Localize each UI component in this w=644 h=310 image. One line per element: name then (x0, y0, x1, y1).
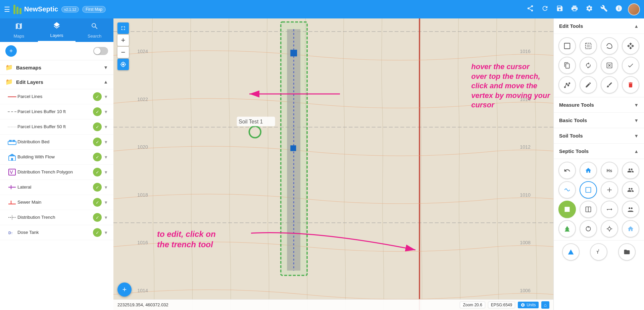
add-layer-button[interactable]: + (5, 45, 17, 57)
select-rect-button[interactable] (558, 37, 576, 55)
svg-rect-44 (587, 45, 589, 47)
layer-expand-icon[interactable]: ▼ (104, 185, 108, 190)
menu-icon[interactable]: ☰ (4, 5, 10, 13)
refresh-icon[interactable] (541, 5, 549, 14)
resize-button[interactable] (601, 57, 618, 74)
map-name-badge[interactable]: First Map (82, 6, 106, 13)
triangle-button[interactable] (562, 243, 580, 261)
fullscreen-button[interactable] (117, 22, 129, 34)
move-button[interactable] (622, 37, 639, 55)
rect2-button[interactable] (580, 201, 597, 218)
layer-visible-check[interactable]: ✓ (93, 138, 102, 146)
folder-button[interactable] (618, 243, 636, 261)
layer-expand-icon[interactable]: ▼ (104, 155, 108, 160)
pipe-up-button[interactable] (580, 220, 597, 238)
hs-tool-button[interactable]: Hs (601, 162, 618, 179)
tab-layers[interactable]: Layers (38, 18, 76, 42)
list-item[interactable]: Parcel Lines ✓ ▼ (0, 89, 113, 104)
layer-expand-icon[interactable]: ▼ (104, 94, 108, 99)
location-button[interactable] (117, 59, 129, 70)
confirm-button[interactable] (622, 57, 639, 74)
list-item[interactable]: D↑ Dose Tank ✓ ▼ (0, 225, 113, 240)
list-item[interactable]: Distribution Trench Polygon ✓ ▼ (0, 165, 113, 180)
layer-visible-check[interactable]: ✓ (93, 153, 102, 161)
svg-text:1014: 1014 (137, 288, 148, 293)
list-item[interactable]: Parcel Lines Buffer 10 ft ✓ ▼ (0, 104, 113, 119)
text-tool-button[interactable]: T (590, 243, 607, 261)
edit-layers-section[interactable]: 📁 Edit Layers ▲ (0, 75, 113, 89)
rotate-button[interactable] (580, 57, 597, 74)
draw-edit-button[interactable] (580, 76, 597, 94)
svg-point-47 (566, 83, 567, 84)
zoom-out-button[interactable]: − (117, 47, 129, 58)
settings-icon[interactable] (586, 5, 593, 14)
tree-button[interactable] (558, 220, 576, 238)
layer-visible-check[interactable]: ✓ (93, 122, 102, 131)
arrows-horiz-button[interactable] (601, 201, 618, 218)
tab-layers-label: Layers (50, 33, 63, 38)
share-icon[interactable] (527, 5, 534, 14)
list-item[interactable]: Sewer Main ✓ ▼ (0, 195, 113, 210)
edit-tools-section[interactable]: Edit Tools ▲ (554, 18, 644, 34)
delete-button[interactable] (622, 76, 639, 94)
layer-visible-check[interactable]: ✓ (93, 92, 102, 101)
status-bar: 2232519.354, 460372.032 Zoom 20.6 EPSG:6… (113, 299, 553, 310)
info-icon[interactable] (615, 5, 623, 14)
node-edit-button[interactable] (558, 76, 576, 94)
basic-tools-section[interactable]: Basic Tools ▼ (554, 113, 644, 128)
layer-visible-check[interactable]: ✓ (93, 168, 102, 176)
list-item[interactable]: Distribution Trench ✓ ▼ (0, 210, 113, 225)
list-item[interactable]: Lateral ✓ ▼ (0, 180, 113, 195)
parcel-lines-icon (7, 96, 17, 97)
layer-visible-check[interactable]: ✓ (93, 107, 102, 116)
layer-expand-icon[interactable]: ▼ (104, 170, 108, 175)
layer-expand-icon[interactable]: ▼ (104, 109, 108, 114)
home2-button[interactable] (622, 220, 639, 238)
split-button[interactable] (622, 181, 639, 199)
edit-tools-grid (554, 34, 644, 97)
list-item[interactable]: Parcel Lines Buffer 50 ft ✓ ▼ (0, 119, 113, 135)
avatar[interactable] (628, 3, 640, 15)
building-tool-button[interactable] (580, 162, 597, 179)
home-button[interactable]: ⌂ (541, 301, 549, 309)
tab-search[interactable]: Search (76, 18, 113, 42)
zoom-in-button[interactable]: + (117, 35, 129, 46)
add-feature-button[interactable]: + (117, 282, 132, 297)
trench-active-button[interactable] (558, 201, 576, 218)
layer-expand-icon[interactable]: ▼ (104, 230, 108, 235)
layer-visible-check[interactable]: ✓ (93, 228, 102, 237)
layer-visible-check[interactable]: ✓ (93, 183, 102, 192)
print-icon[interactable] (571, 5, 578, 14)
layer-expand-icon[interactable]: ▼ (104, 215, 108, 220)
layer-toggle[interactable] (93, 47, 108, 55)
list-item[interactable]: Building With Flow ✓ ▼ (0, 150, 113, 165)
lateral-tool-button[interactable] (601, 181, 618, 199)
soil-tools-section[interactable]: Soil Tools ▼ (554, 128, 644, 144)
list-item[interactable]: Distribution Bed ✓ ▼ (0, 135, 113, 150)
flow-button[interactable] (558, 181, 576, 199)
septic-tools-section[interactable]: Septic Tools ▲ (554, 144, 644, 159)
basemaps-section[interactable]: 📁 Basemaps ▼ (0, 60, 113, 75)
layer-expand-icon[interactable]: ▼ (104, 124, 108, 130)
rect-tool-button[interactable] (580, 181, 597, 199)
save-icon[interactable] (556, 5, 563, 14)
units-label: Units (527, 303, 536, 307)
map-area[interactable]: 1026 1024 1022 1020 1018 1016 1014 1012 … (113, 18, 553, 310)
copy-button[interactable] (558, 57, 576, 74)
split2-button[interactable] (622, 201, 639, 218)
people-tool-button[interactable] (622, 162, 639, 179)
tools-icon[interactable] (600, 5, 608, 14)
select-lasso-button[interactable] (601, 37, 618, 55)
select-rect2-button[interactable] (580, 37, 597, 55)
units-button[interactable]: Units (518, 302, 538, 308)
layer-expand-icon[interactable]: ▼ (104, 200, 108, 205)
layer-visible-check[interactable]: ✓ (93, 198, 102, 207)
right-panel: Edit Tools ▲ (553, 18, 644, 310)
tab-maps[interactable]: Maps (0, 18, 38, 42)
valve-button[interactable] (601, 220, 618, 238)
undo-button[interactable] (558, 162, 576, 179)
layer-expand-icon[interactable]: ▼ (104, 140, 108, 145)
paint-edit-button[interactable] (601, 76, 618, 94)
measure-tools-section[interactable]: Measure Tools ▼ (554, 97, 644, 113)
layer-visible-check[interactable]: ✓ (93, 213, 102, 222)
